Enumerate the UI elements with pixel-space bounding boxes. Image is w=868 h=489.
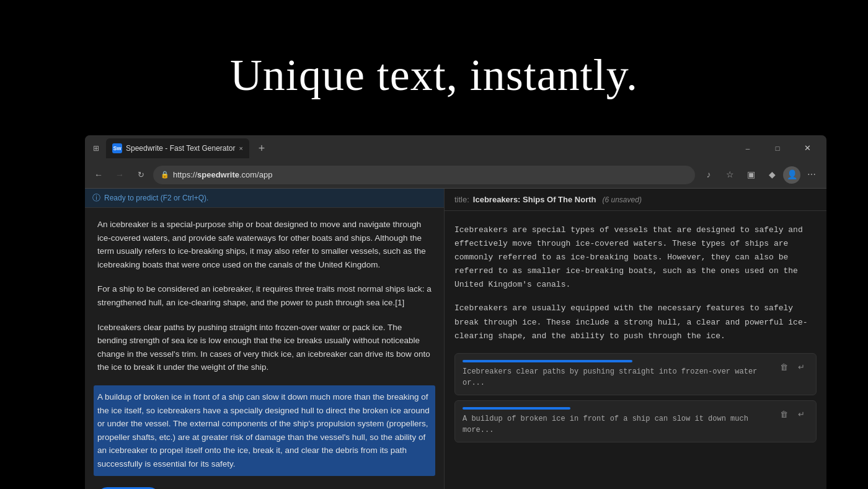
back-button[interactable]: ← bbox=[90, 166, 107, 184]
suggestion-1-text: Icebreakers clear paths by pushing strai… bbox=[463, 366, 771, 388]
suggestion-1-actions: 🗑 ↵ bbox=[776, 360, 808, 375]
read-aloud-icon[interactable]: ♪ bbox=[699, 165, 719, 185]
predict-button[interactable]: ✦ Predict bbox=[97, 487, 159, 490]
suggestion-2-bar bbox=[463, 407, 570, 410]
extensions-icon[interactable]: ◆ bbox=[762, 165, 782, 185]
tab-title: Speedwrite - Fast Text Generator bbox=[126, 144, 236, 153]
paragraph-3: Icebreakers clear paths by pushing strai… bbox=[97, 321, 432, 374]
url-text: https://speedwrite.com/app bbox=[173, 170, 272, 179]
paragraph-2: For a ship to be considered an icebreake… bbox=[97, 282, 432, 309]
suggestion-1-content: Icebreakers clear paths by pushing strai… bbox=[463, 360, 771, 388]
tab-favicon: Sw bbox=[112, 143, 122, 153]
right-text-content[interactable]: Icebreakers are special types of vessels… bbox=[445, 211, 826, 489]
suggestion-1-delete[interactable]: 🗑 bbox=[776, 360, 791, 375]
suggestion-1-bar bbox=[463, 360, 632, 362]
address-bar[interactable]: 🔒 https://speedwrite.com/app bbox=[153, 166, 695, 184]
right-paragraph-1-text: Icebreakers are special types of vessels… bbox=[454, 225, 803, 289]
toolbar-icons: ♪ ☆ ▣ ◆ 👤 ⋯ bbox=[699, 165, 822, 185]
browser-tab-active[interactable]: Sw Speedwrite - Fast Text Generator × bbox=[106, 138, 249, 158]
suggestion-2-content: A buildup of broken ice in front of a sh… bbox=[463, 407, 771, 436]
right-title-bar: title: Icebreakers: Ships Of The North (… bbox=[445, 189, 826, 211]
browser-addressbar: ← → ↻ 🔒 https://speedwrite.com/app ♪ ☆ ▣… bbox=[85, 161, 826, 189]
suggestion-2-actions: 🗑 ↵ bbox=[776, 407, 808, 422]
more-options-icon[interactable]: ⋯ bbox=[802, 165, 822, 185]
title-value: Icebreakers: Ships Of The North bbox=[473, 195, 596, 204]
refresh-button[interactable]: ↻ bbox=[132, 166, 149, 184]
close-window-button[interactable]: ✕ bbox=[793, 138, 822, 158]
right-paragraph-2: Icebreakers are usually equipped with th… bbox=[454, 302, 817, 343]
suggestion-1-accept[interactable]: ↵ bbox=[794, 360, 808, 375]
tab-close-button[interactable]: × bbox=[239, 145, 243, 152]
left-panel: ⓘ Ready to predict (F2 or Ctrl+Q). An ic… bbox=[85, 189, 445, 489]
info-icon: ⓘ bbox=[92, 192, 100, 204]
suggestion-2-text: A buildup of broken ice in front of a sh… bbox=[463, 413, 771, 436]
browser-grid-icon: ⊞ bbox=[90, 142, 102, 155]
suggestion-card-1: Icebreakers clear paths by pushing strai… bbox=[454, 353, 817, 395]
paragraph-4-text: A buildup of broken ice in front of a sh… bbox=[97, 392, 430, 469]
paragraph-4-highlighted: A buildup of broken ice in front of a sh… bbox=[94, 385, 435, 476]
profile-avatar[interactable]: 👤 bbox=[783, 166, 800, 184]
title-label: title: bbox=[454, 195, 469, 204]
browser-titlebar: ⊞ Sw Speedwrite - Fast Text Generator × … bbox=[85, 135, 826, 161]
right-paragraph-1: Icebreakers are special types of vessels… bbox=[454, 223, 817, 292]
hero-title: Unique text, instantly. bbox=[0, 50, 868, 101]
paragraph-1-text: An icebreaker is a special-purpose ship … bbox=[97, 220, 426, 269]
collections-icon[interactable]: ▣ bbox=[741, 165, 761, 185]
maximize-button[interactable]: □ bbox=[763, 138, 792, 158]
favorites-icon[interactable]: ☆ bbox=[720, 165, 740, 185]
suggestion-2-accept[interactable]: ↵ bbox=[794, 407, 808, 422]
forward-button[interactable]: → bbox=[111, 166, 128, 184]
right-panel: title: Icebreakers: Ships Of The North (… bbox=[445, 189, 826, 489]
suggestion-2-delete[interactable]: 🗑 bbox=[776, 407, 791, 422]
info-bar: ⓘ Ready to predict (F2 or Ctrl+Q). bbox=[85, 189, 444, 208]
info-message: Ready to predict (F2 or Ctrl+Q). bbox=[104, 194, 208, 202]
left-text-content[interactable]: An icebreaker is a special-purpose ship … bbox=[85, 208, 444, 489]
suggestion-card-2: A buildup of broken ice in front of a sh… bbox=[454, 400, 817, 442]
title-unsaved: (6 unsaved) bbox=[603, 195, 642, 204]
lock-icon: 🔒 bbox=[161, 171, 169, 179]
browser-window: ⊞ Sw Speedwrite - Fast Text Generator × … bbox=[85, 135, 826, 489]
browser-content: ⓘ Ready to predict (F2 or Ctrl+Q). An ic… bbox=[85, 189, 826, 489]
paragraph-3-text: Icebreakers clear paths by pushing strai… bbox=[97, 323, 430, 372]
paragraph-1: An icebreaker is a special-purpose ship … bbox=[97, 218, 432, 271]
new-tab-button[interactable]: + bbox=[253, 140, 270, 157]
right-paragraph-2-text: Icebreakers are usually equipped with th… bbox=[454, 303, 808, 340]
paragraph-2-text: For a ship to be considered an icebreake… bbox=[97, 284, 432, 307]
window-controls: – □ ✕ bbox=[733, 138, 822, 158]
url-domain: speedwrite bbox=[197, 170, 239, 179]
minimize-button[interactable]: – bbox=[733, 138, 762, 158]
